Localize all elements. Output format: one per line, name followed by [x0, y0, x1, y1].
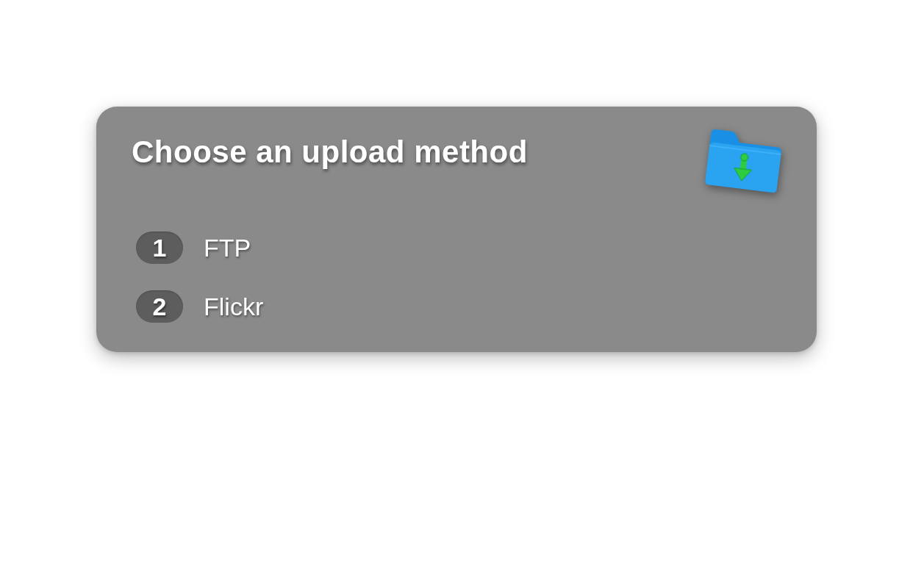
option-number-badge: 2: [136, 290, 183, 323]
option-label: Flickr: [204, 293, 263, 321]
option-ftp[interactable]: 1 FTP: [136, 232, 781, 264]
option-number-badge: 1: [136, 232, 183, 264]
options-list: 1 FTP 2 Flickr: [132, 232, 781, 323]
option-label: FTP: [204, 234, 251, 262]
panel-title: Choose an upload method: [132, 135, 528, 170]
panel-header: Choose an upload method: [132, 135, 781, 196]
option-flickr[interactable]: 2 Flickr: [136, 290, 781, 323]
upload-method-panel: Choose an upload method: [96, 107, 817, 352]
folder-download-icon: [703, 129, 784, 196]
